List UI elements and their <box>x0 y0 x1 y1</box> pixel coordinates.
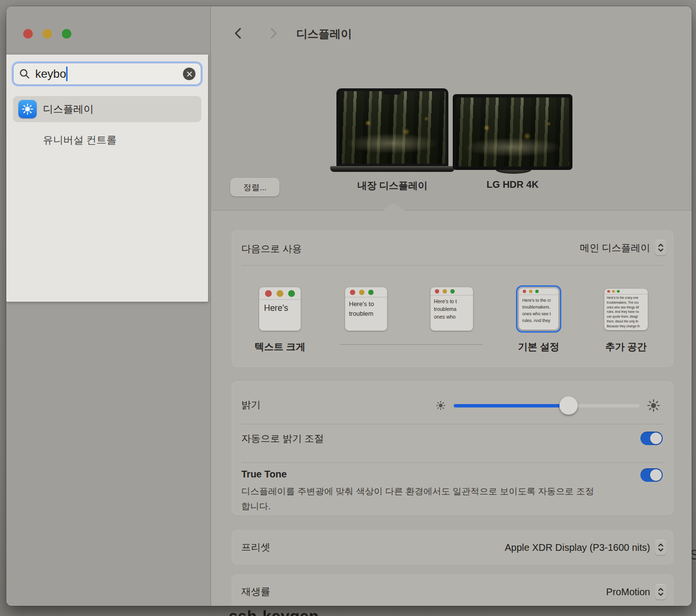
scaling-connector-line <box>340 344 483 345</box>
true-tone-description: 디스플레이를 주변광에 맞춰 색상이 다른 환경에서도 일관적으로 보이도록 자… <box>241 484 599 514</box>
true-tone-toggle[interactable] <box>640 468 663 482</box>
minimize-button[interactable] <box>42 29 52 39</box>
group-use-as-scaling: 다음으로 사용 메인 디스플레이 <box>232 230 673 367</box>
preset-value: Apple XDR Display (P3-1600 nits) <box>505 542 650 553</box>
true-tone-label: True Tone <box>241 467 287 481</box>
brightness-high-icon <box>647 399 660 412</box>
toggle-knob <box>650 469 662 481</box>
chevron-left-icon <box>232 27 245 40</box>
refresh-rate-popup[interactable]: ProMotion <box>606 584 667 600</box>
mini-text-line: rules. And they have no <box>607 309 648 314</box>
display-name-lg: LG HDR 4K <box>450 179 575 190</box>
mini-text-line: troublemakers. The rou <box>607 300 648 305</box>
system-settings-window: keybo <box>6 6 692 606</box>
search-input-value: keybo <box>35 67 66 81</box>
mini-text-line: Here's to the cr <box>522 297 558 304</box>
group-brightness: 밝기 <box>232 381 673 515</box>
display-thumbnail-lg-hdr-4k[interactable] <box>453 94 572 170</box>
use-as-value: 메인 디스플레이 <box>580 241 650 254</box>
scaling-option-larger-text[interactable]: Here's <box>259 287 301 331</box>
selected-display-pointer <box>383 203 405 210</box>
use-as-popup[interactable]: 메인 디스플레이 <box>580 240 667 255</box>
refresh-rate-label: 재생률 <box>241 585 270 598</box>
scaling-option-3[interactable]: Here's to t troublema ones who <box>431 287 473 331</box>
arrange-button[interactable]: 정렬... <box>230 178 279 196</box>
preset-label: 프리셋 <box>241 540 270 554</box>
display-brightness-icon <box>18 100 37 118</box>
use-as-label: 다음으로 사용 <box>241 242 302 255</box>
chevron-up-down-icon <box>655 240 667 255</box>
mini-text-line: Here's to <box>349 299 387 309</box>
brightness-slider[interactable] <box>454 404 640 407</box>
chevron-right-icon <box>266 27 280 40</box>
chevron-up-down-icon <box>655 584 667 600</box>
brightness-label: 밝기 <box>241 398 261 411</box>
display-thumbnail-builtin[interactable] <box>336 88 448 167</box>
search-input[interactable]: keybo <box>12 61 203 86</box>
text-caret <box>66 67 68 81</box>
mini-text-line: ones who <box>434 313 473 321</box>
mini-text-line: troublemakers. <box>522 304 558 310</box>
search-result-universal-control[interactable]: 유니버설 컨트롤 <box>13 127 201 153</box>
forward-button[interactable] <box>266 27 280 40</box>
refresh-rate-value: ProMotion <box>606 587 650 598</box>
mini-text-line: troublema <box>434 305 473 313</box>
mini-text-line: them. About the only th <box>607 319 648 324</box>
scaling-label-larger-text: 텍스트 크게 <box>241 340 319 353</box>
search-results-panel: keybo <box>6 55 208 302</box>
auto-brightness-toggle[interactable] <box>640 432 663 445</box>
display-name-builtin: 내장 디스플레이 <box>330 179 455 192</box>
close-button[interactable] <box>23 29 33 39</box>
preset-popup[interactable]: Apple XDR Display (P3-1600 nits) <box>505 540 667 555</box>
mini-text-line: rules. And they <box>522 317 558 324</box>
brightness-slider-knob[interactable] <box>559 396 578 415</box>
back-button[interactable] <box>232 27 245 40</box>
auto-brightness-label: 자동으로 밝기 조절 <box>241 432 324 445</box>
chevron-up-down-icon <box>655 540 667 555</box>
mini-text-line: can quote them, disagr <box>607 314 648 319</box>
mini-text-line: troublem <box>349 309 387 319</box>
wallpaper-image <box>339 91 445 164</box>
scaling-label-default: 기본 설정 <box>500 340 577 353</box>
sidebar: keybo <box>6 6 211 606</box>
close-icon <box>186 71 193 77</box>
laptop-notch <box>384 91 401 95</box>
mini-text-line: Here's to the crazy one <box>607 295 648 300</box>
mini-text-line: ones who see t <box>522 310 558 317</box>
brightness-low-icon <box>435 400 446 411</box>
mini-text-line: ones who see things dif <box>607 305 648 310</box>
mini-text-line: Here's to t <box>434 297 473 305</box>
mini-text-line: Because they change th <box>607 324 648 329</box>
content-pane: 디스플레이 내장 디스플레이 LG HDR 4K 정렬... 다음으로 사용 <box>211 6 692 606</box>
search-icon <box>19 68 30 80</box>
group-refresh-rate: 재생률 ProMotion <box>232 574 673 606</box>
search-result-display[interactable]: 디스플레이 <box>13 96 201 122</box>
page-title: 디스플레이 <box>296 27 352 42</box>
settings-body: 다음으로 사용 메인 디스플레이 <box>211 210 692 606</box>
wallpaper-image <box>456 98 569 167</box>
scaling-option-2[interactable]: Here's to troublem <box>345 287 387 331</box>
group-preset: 프리셋 Apple XDR Display (P3-1600 nits) <box>232 530 673 564</box>
desktop: ssh-keygen S keybo <box>0 0 696 616</box>
window-controls <box>23 29 71 39</box>
clear-search-button[interactable] <box>183 68 195 80</box>
mini-text-line: Here's <box>264 302 301 314</box>
scaling-option-default[interactable]: Here's to the cr troublemakers. ones who… <box>519 288 558 330</box>
divider <box>241 462 664 463</box>
toggle-knob <box>650 433 662 444</box>
zoom-button[interactable] <box>62 29 71 39</box>
scaling-label-more-space: 추가 공간 <box>587 340 665 353</box>
laptop-base <box>330 166 455 172</box>
search-result-label: 디스플레이 <box>43 102 94 116</box>
divider <box>241 265 664 266</box>
search-result-label: 유니버설 컨트롤 <box>43 133 117 147</box>
desktop-background-text: ssh-keygen <box>229 607 319 616</box>
brightness-slider-fill <box>454 404 569 407</box>
divider <box>241 424 664 424</box>
scaling-option-more-space[interactable]: Here's to the crazy one troublemakers. T… <box>604 289 648 330</box>
